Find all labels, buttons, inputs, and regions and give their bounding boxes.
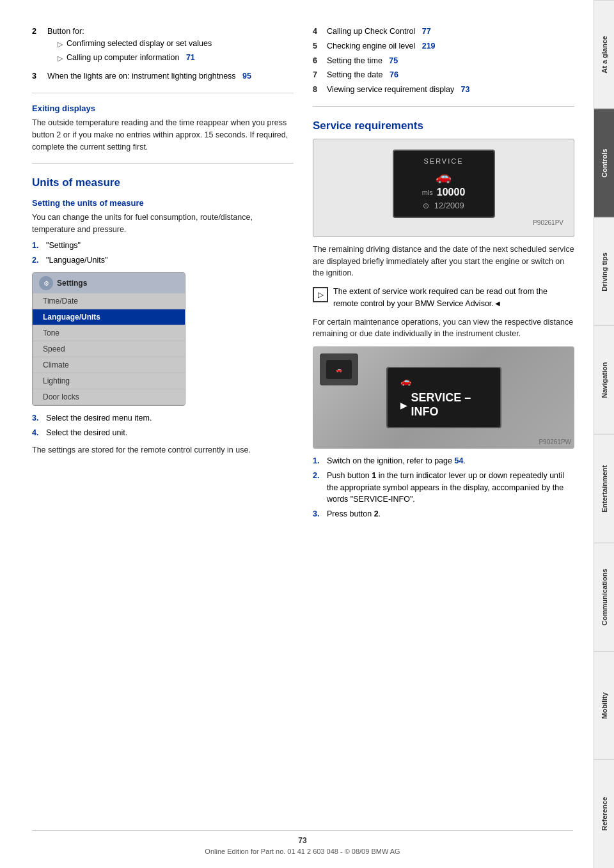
service-step-3-text: Press button 2.: [327, 508, 574, 520]
service-step-2-text: Push button 1 in the turn indicator leve…: [327, 470, 574, 506]
link-75: 75: [389, 56, 398, 65]
tab-label-communications: Communications: [601, 569, 608, 626]
units-body: You can change the units for fuel consum…: [32, 212, 294, 236]
service-step-2: 2. Push button 1 in the turn indicator l…: [313, 470, 574, 506]
sidebar-tab-mobility[interactable]: Mobility: [594, 651, 614, 760]
car-icon: 🚗: [407, 169, 481, 184]
tab-label-reference: Reference: [601, 797, 608, 831]
tab-label-entertainment: Entertainment: [601, 465, 608, 512]
service-body2: For certain maintenance operations, you …: [313, 316, 574, 341]
item-2-label: Button for: ▷ Confirming selected displa…: [47, 26, 212, 65]
link-73: 73: [461, 85, 470, 94]
service-body1: The remaining driving distance and the d…: [313, 244, 574, 279]
setting-units-subtitle: Setting the units of measure: [32, 198, 294, 208]
menu-item-time-date: Time/Date: [33, 293, 185, 309]
step-2: 2. "Language/Units": [32, 254, 294, 267]
sidebar-tab-navigation[interactable]: Navigation: [594, 325, 614, 434]
service-step-1-num: 1.: [313, 455, 323, 467]
mileage-value: 10000: [437, 187, 466, 198]
service-step-1-text: Switch on the ignition, refer to page 54…: [327, 455, 574, 467]
sub-bullet-1: ▷ Confirming selected display or set val…: [58, 38, 212, 50]
service-top-text: SERVICE: [407, 157, 481, 165]
tab-label-navigation: Navigation: [601, 362, 608, 398]
item-2: 2 Button for: ▷ Confirming selected disp…: [32, 26, 294, 65]
service-date: ⊙ 12/2009: [407, 201, 481, 210]
item-3: 3 When the lights are on: instrument lig…: [32, 70, 294, 82]
link-71: 71: [186, 53, 195, 62]
service-display-panel: SERVICE 🚗 mls 10000 ⊙ 12/2009: [393, 150, 495, 218]
step-4: 4. Select the desired unit.: [32, 427, 294, 439]
divider-1: [32, 93, 294, 93]
two-col-layout: 2 Button for: ▷ Confirming selected disp…: [32, 26, 574, 525]
service-info-line1: SERVICE –: [411, 391, 471, 405]
arrow-icon-2: ▷: [58, 53, 63, 64]
right-item-5: 5 Checking engine oil level 219: [313, 40, 574, 52]
step-4-num: 4.: [32, 427, 42, 439]
step-3-text: Select the desired menu item.: [46, 412, 294, 424]
right-item-6-text: Setting the time 75: [327, 55, 574, 67]
right-item-7-text: Setting the date 76: [327, 69, 574, 81]
right-item-5-num: 5: [313, 40, 323, 52]
img-caption-1: P90261PV: [324, 219, 563, 226]
right-column: 4 Calling up Check Control 77 5 Checking…: [313, 26, 574, 525]
tab-label-mobility: Mobility: [601, 692, 608, 719]
right-item-8: 8 Viewing service requirement display 73: [313, 84, 574, 96]
menu-item-door-locks: Door locks: [33, 389, 185, 405]
tab-label-at-a-glance: At a glance: [601, 36, 608, 74]
sidebar-right: At a glance Controls Driving tips Naviga…: [594, 0, 614, 868]
settings-menu-image: ⚙ Settings Time/Date Language/Units Tone…: [32, 272, 185, 406]
right-divider: [313, 106, 574, 107]
right-item-7-num: 7: [313, 69, 323, 81]
item-3-num: 3: [32, 70, 42, 82]
service-info-arrow: ▶: [400, 400, 407, 410]
sidebar-tab-driving-tips[interactable]: Driving tips: [594, 217, 614, 326]
service-date-value: 12/2009: [434, 201, 464, 210]
exiting-displays-title: Exiting displays: [32, 104, 294, 113]
step-3: 3. Select the desired menu item.: [32, 412, 294, 424]
sidebar-tab-reference[interactable]: Reference: [594, 759, 614, 868]
menu-item-climate: Climate: [33, 357, 185, 373]
service-info-line2: INFO: [411, 405, 471, 419]
menu-item-tone: Tone: [33, 325, 185, 341]
mileage-unit: mls: [422, 189, 433, 196]
service-info-panel: 🚗 ▶ SERVICE – INFO: [386, 367, 501, 428]
link-77: 77: [422, 27, 431, 36]
right-item-7: 7 Setting the date 76: [313, 69, 574, 81]
note-text: The extent of service work required can …: [333, 286, 574, 310]
service-step-1: 1. Switch on the ignition, refer to page…: [313, 455, 574, 467]
sub-bullet-1-text: Confirming selected display or set value…: [67, 38, 212, 50]
right-item-5-text: Checking engine oil level 219: [327, 40, 574, 52]
img-caption-2: P90261PW: [313, 438, 571, 446]
sub-bullet-2: ▷ Calling up computer information 71: [58, 52, 212, 64]
main-content: 2 Button for: ▷ Confirming selected disp…: [0, 0, 594, 868]
tab-label-controls: Controls: [601, 149, 608, 178]
item-3-text: When the lights are on: instrument light…: [47, 70, 251, 82]
sidebar-tab-communications[interactable]: Communications: [594, 543, 614, 651]
step-4-text: Select the desired unit.: [46, 427, 294, 439]
right-item-8-text: Viewing service requirement display 73: [327, 84, 574, 96]
service-info-text: SERVICE – INFO: [411, 391, 471, 419]
sidebar-tab-controls[interactable]: Controls: [594, 109, 614, 217]
units-of-measure-title: Units of measure: [32, 176, 294, 189]
sidebar-tab-entertainment[interactable]: Entertainment: [594, 434, 614, 543]
page-container: 2 Button for: ▷ Confirming selected disp…: [0, 0, 614, 868]
menu-item-speed: Speed: [33, 341, 185, 357]
service-req-title: Service requirements: [313, 120, 574, 132]
steps-list-1: 1. "Settings" 2. "Language/Units": [32, 240, 294, 267]
note-arrow-icon: ▷: [318, 289, 324, 300]
link-76: 76: [390, 70, 398, 79]
bottom-text: Online Edition for Part no. 01 41 2 603 …: [205, 848, 400, 855]
service-steps-list: 1. Switch on the ignition, refer to page…: [313, 455, 574, 520]
right-item-8-num: 8: [313, 84, 323, 96]
right-top-list: 4 Calling up Check Control 77 5 Checking…: [313, 26, 574, 96]
step-2-num: 2.: [32, 254, 42, 267]
divider-2: [32, 163, 294, 164]
settings-icon: ⚙: [39, 276, 53, 290]
sidebar-tab-at-a-glance[interactable]: At a glance: [594, 0, 614, 109]
right-item-6: 6 Setting the time 75: [313, 55, 574, 67]
service-step-2-num: 2.: [313, 470, 323, 506]
settings-menu-items: Time/Date Language/Units Tone Speed Clim…: [33, 293, 185, 405]
menu-item-lighting: Lighting: [33, 373, 185, 389]
settings-menu-header: ⚙ Settings: [33, 273, 185, 293]
exiting-displays-body: The outside temperature reading and the …: [32, 117, 294, 153]
